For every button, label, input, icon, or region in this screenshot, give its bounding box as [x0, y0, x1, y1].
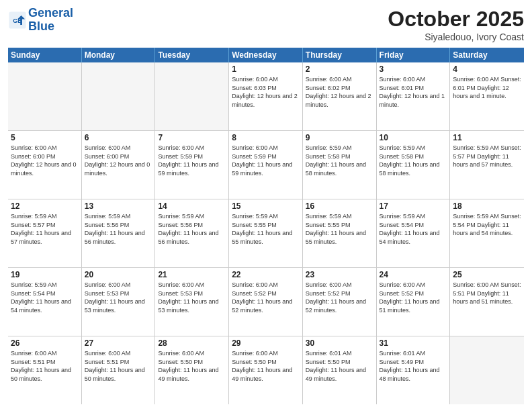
day-info: Sunrise: 6:00 AM Sunset: 5:50 PM Dayligh… [232, 349, 300, 383]
day-cell-2: 2Sunrise: 6:00 AM Sunset: 6:02 PM Daylig… [303, 62, 377, 130]
day-info: Sunrise: 6:00 AM Sunset: 5:51 PM Dayligh… [11, 349, 79, 383]
day-number: 30 [306, 338, 373, 348]
header: GB General Blue October 2025 Siyaledouo,… [8, 7, 524, 42]
day-cell-30: 30Sunrise: 6:01 AM Sunset: 5:50 PM Dayli… [303, 336, 377, 404]
day-cell-24: 24Sunrise: 6:00 AM Sunset: 5:52 PM Dayli… [377, 268, 451, 336]
day-number: 20 [85, 270, 152, 279]
weekday-header-friday: Friday [377, 48, 451, 62]
day-cell-7: 7Sunrise: 6:00 AM Sunset: 5:59 PM Daylig… [155, 131, 229, 199]
weekday-header-saturday: Saturday [450, 48, 524, 62]
empty-cell-0-1 [82, 62, 156, 130]
calendar-row-1: 5Sunrise: 6:00 AM Sunset: 6:00 PM Daylig… [8, 131, 524, 199]
day-number: 31 [380, 338, 447, 348]
day-cell-20: 20Sunrise: 6:00 AM Sunset: 5:53 PM Dayli… [82, 268, 156, 336]
day-info: Sunrise: 6:00 AM Sunset: 6:02 PM Dayligh… [306, 75, 373, 109]
day-cell-23: 23Sunrise: 6:00 AM Sunset: 5:52 PM Dayli… [303, 268, 377, 336]
day-number: 25 [453, 270, 521, 279]
day-info: Sunrise: 6:00 AM Sunset: 6:00 PM Dayligh… [11, 144, 79, 177]
day-number: 13 [85, 201, 152, 211]
day-cell-15: 15Sunrise: 5:59 AM Sunset: 5:55 PM Dayli… [229, 199, 303, 267]
logo-text: General Blue [28, 7, 73, 34]
day-cell-19: 19Sunrise: 5:59 AM Sunset: 5:54 PM Dayli… [8, 268, 82, 336]
day-number: 29 [232, 338, 300, 348]
day-number: 15 [232, 201, 300, 211]
weekday-header-monday: Monday [82, 48, 156, 62]
day-info: Sunrise: 5:59 AM Sunset: 5:57 PM Dayligh… [453, 144, 521, 169]
day-number: 12 [11, 201, 79, 211]
day-cell-3: 3Sunrise: 6:00 AM Sunset: 6:01 PM Daylig… [377, 62, 451, 130]
day-number: 28 [158, 338, 226, 348]
month-title: October 2025 [388, 7, 524, 32]
weekday-header-thursday: Thursday [303, 48, 377, 62]
day-info: Sunrise: 6:00 AM Sunset: 5:52 PM Dayligh… [232, 281, 300, 314]
calendar-header: SundayMondayTuesdayWednesdayThursdayFrid… [8, 48, 524, 62]
day-info: Sunrise: 6:00 AM Sunset: 6:01 PM Dayligh… [453, 75, 521, 101]
day-number: 24 [380, 270, 447, 279]
day-cell-26: 26Sunrise: 6:00 AM Sunset: 5:51 PM Dayli… [8, 336, 82, 404]
day-cell-12: 12Sunrise: 5:59 AM Sunset: 5:57 PM Dayli… [8, 199, 82, 267]
empty-cell-4-6 [450, 336, 524, 404]
day-number: 14 [158, 201, 226, 211]
day-cell-10: 10Sunrise: 5:59 AM Sunset: 5:58 PM Dayli… [377, 131, 451, 199]
day-cell-13: 13Sunrise: 5:59 AM Sunset: 5:56 PM Dayli… [82, 199, 156, 267]
day-cell-14: 14Sunrise: 5:59 AM Sunset: 5:56 PM Dayli… [155, 199, 229, 267]
day-info: Sunrise: 6:00 AM Sunset: 6:03 PM Dayligh… [232, 75, 300, 109]
day-info: Sunrise: 5:59 AM Sunset: 5:56 PM Dayligh… [158, 212, 226, 246]
location: Siyaledouo, Ivory Coast [388, 32, 524, 42]
day-info: Sunrise: 6:00 AM Sunset: 6:00 PM Dayligh… [85, 144, 152, 177]
day-info: Sunrise: 5:59 AM Sunset: 5:56 PM Dayligh… [85, 212, 152, 246]
day-number: 19 [11, 270, 79, 279]
title-block: October 2025 Siyaledouo, Ivory Coast [388, 7, 524, 42]
logo-icon: GB [8, 11, 27, 30]
day-number: 27 [85, 338, 152, 348]
day-cell-22: 22Sunrise: 6:00 AM Sunset: 5:52 PM Dayli… [229, 268, 303, 336]
day-info: Sunrise: 6:00 AM Sunset: 6:01 PM Dayligh… [380, 75, 447, 109]
calendar-row-0: 1Sunrise: 6:00 AM Sunset: 6:03 PM Daylig… [8, 62, 524, 131]
empty-cell-0-2 [155, 62, 229, 130]
day-info: Sunrise: 5:59 AM Sunset: 5:54 PM Dayligh… [380, 212, 447, 246]
calendar-row-3: 19Sunrise: 5:59 AM Sunset: 5:54 PM Dayli… [8, 268, 524, 336]
day-info: Sunrise: 6:00 AM Sunset: 5:51 PM Dayligh… [453, 281, 521, 306]
day-info: Sunrise: 5:59 AM Sunset: 5:54 PM Dayligh… [11, 281, 79, 314]
day-cell-31: 31Sunrise: 6:01 AM Sunset: 5:49 PM Dayli… [377, 336, 451, 404]
day-info: Sunrise: 5:59 AM Sunset: 5:58 PM Dayligh… [380, 144, 447, 177]
day-cell-18: 18Sunrise: 5:59 AM Sunset: 5:54 PM Dayli… [450, 199, 524, 267]
day-info: Sunrise: 6:00 AM Sunset: 5:50 PM Dayligh… [158, 349, 226, 383]
day-number: 26 [11, 338, 79, 348]
calendar: SundayMondayTuesdayWednesdayThursdayFrid… [8, 48, 524, 404]
day-number: 3 [380, 64, 447, 74]
day-number: 6 [85, 133, 152, 142]
day-number: 1 [232, 64, 300, 74]
day-info: Sunrise: 6:00 AM Sunset: 5:52 PM Dayligh… [380, 281, 447, 314]
day-number: 4 [453, 64, 521, 74]
day-cell-9: 9Sunrise: 5:59 AM Sunset: 5:58 PM Daylig… [303, 131, 377, 199]
day-info: Sunrise: 5:59 AM Sunset: 5:58 PM Dayligh… [306, 144, 373, 177]
day-cell-4: 4Sunrise: 6:00 AM Sunset: 6:01 PM Daylig… [450, 62, 524, 130]
day-info: Sunrise: 6:00 AM Sunset: 5:52 PM Dayligh… [306, 281, 373, 314]
day-info: Sunrise: 6:00 AM Sunset: 5:59 PM Dayligh… [232, 144, 300, 177]
page: GB General Blue October 2025 Siyaledouo,… [0, 0, 532, 411]
day-cell-11: 11Sunrise: 5:59 AM Sunset: 5:57 PM Dayli… [450, 131, 524, 199]
day-info: Sunrise: 6:01 AM Sunset: 5:50 PM Dayligh… [306, 349, 373, 383]
day-cell-16: 16Sunrise: 5:59 AM Sunset: 5:55 PM Dayli… [303, 199, 377, 267]
day-number: 17 [380, 201, 447, 211]
day-number: 7 [158, 133, 226, 142]
day-number: 16 [306, 201, 373, 211]
day-number: 9 [306, 133, 373, 142]
day-info: Sunrise: 6:01 AM Sunset: 5:49 PM Dayligh… [380, 349, 447, 383]
day-cell-17: 17Sunrise: 5:59 AM Sunset: 5:54 PM Dayli… [377, 199, 451, 267]
day-number: 5 [11, 133, 79, 142]
day-number: 11 [453, 133, 521, 142]
day-info: Sunrise: 5:59 AM Sunset: 5:57 PM Dayligh… [11, 212, 79, 246]
day-info: Sunrise: 5:59 AM Sunset: 5:55 PM Dayligh… [232, 212, 300, 246]
day-info: Sunrise: 6:00 AM Sunset: 5:53 PM Dayligh… [85, 281, 152, 314]
day-cell-27: 27Sunrise: 6:00 AM Sunset: 5:51 PM Dayli… [82, 336, 156, 404]
day-cell-21: 21Sunrise: 6:00 AM Sunset: 5:53 PM Dayli… [155, 268, 229, 336]
day-cell-8: 8Sunrise: 6:00 AM Sunset: 5:59 PM Daylig… [229, 131, 303, 199]
day-number: 8 [232, 133, 300, 142]
day-info: Sunrise: 6:00 AM Sunset: 5:59 PM Dayligh… [158, 144, 226, 177]
calendar-body: 1Sunrise: 6:00 AM Sunset: 6:03 PM Daylig… [8, 62, 524, 404]
day-number: 2 [306, 64, 373, 74]
weekday-header-sunday: Sunday [8, 48, 82, 62]
logo: GB General Blue [8, 7, 73, 34]
